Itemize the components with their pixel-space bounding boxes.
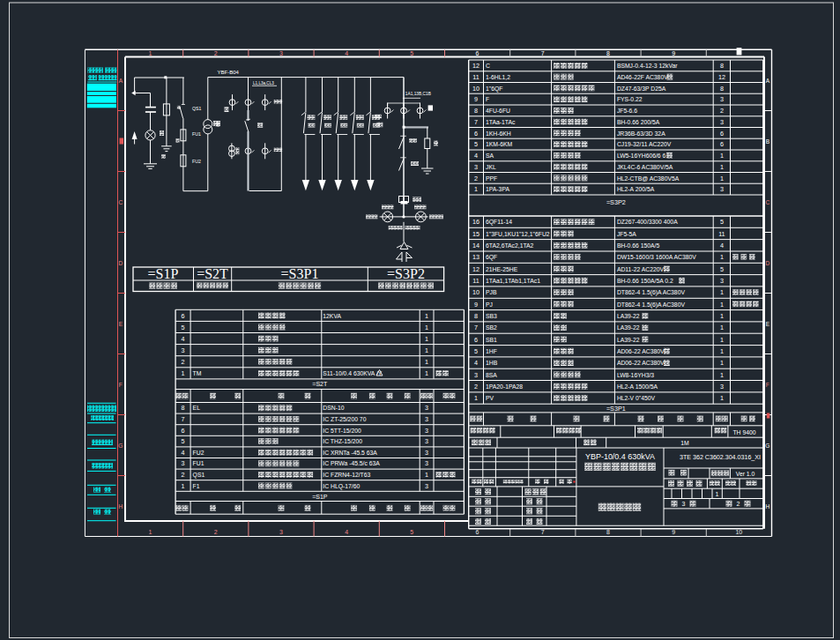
svg-text:2: 2 — [720, 107, 724, 115]
svg-text:IC ZT-25/200 70: IC ZT-25/200 70 — [323, 416, 366, 422]
svg-text:4: 4 — [345, 529, 348, 535]
svg-text:F1: F1 — [193, 483, 200, 489]
svg-text:JF5-6.6: JF5-6.6 — [617, 108, 637, 114]
svg-text:1A1,13B,C1B: 1A1,13B,C1B — [405, 92, 431, 96]
svg-text:16: 16 — [472, 218, 479, 226]
svg-text:BH-0.66 150A/5: BH-0.66 150A/5 — [617, 242, 660, 249]
svg-text:1: 1 — [720, 324, 724, 331]
svg-text:E: E — [766, 321, 770, 327]
svg-text:8: 8 — [606, 50, 610, 56]
svg-text:1"3FU,1KU1"12,1"6FU2: 1"3FU,1KU1"12,1"6FU2 — [486, 231, 550, 237]
svg-text:12: 12 — [718, 73, 725, 81]
svg-text:2: 2 — [474, 383, 478, 391]
svg-text:TH 9400: TH 9400 — [732, 429, 755, 435]
svg-text:6: 6 — [474, 336, 478, 344]
svg-text:11: 11 — [472, 277, 479, 285]
svg-text:5: 5 — [182, 437, 185, 445]
svg-text:FU1: FU1 — [192, 131, 201, 137]
svg-text:6: 6 — [182, 312, 185, 320]
svg-text:1KM-6KM: 1KM-6KM — [486, 141, 513, 147]
svg-text:AD06-22 AC380V: AD06-22 AC380V — [617, 348, 665, 354]
svg-text:8: 8 — [474, 312, 478, 320]
svg-text:1: 1 — [425, 324, 428, 331]
svg-text:CJ19-32/11 AC220V: CJ19-32/11 AC220V — [617, 141, 672, 147]
svg-text:BH-0.66 200/5A: BH-0.66 200/5A — [617, 119, 660, 125]
svg-text:FYS-0.22: FYS-0.22 — [617, 96, 643, 102]
svg-text:YBF-B04: YBF-B04 — [218, 70, 240, 75]
svg-text:7: 7 — [541, 529, 545, 535]
svg-text:11: 11 — [718, 230, 725, 238]
svg-text:3: 3 — [182, 346, 185, 354]
svg-text:=S2T: =S2T — [312, 381, 328, 387]
svg-text:LW8-16YH3/3: LW8-16YH3/3 — [617, 372, 654, 378]
svg-text:1TAa1,1TAb1,1TAc1: 1TAa1,1TAb1,1TAc1 — [486, 278, 540, 284]
svg-text:3: 3 — [682, 501, 686, 507]
svg-text:1: 1 — [720, 152, 724, 160]
svg-text:1: 1 — [720, 347, 724, 355]
svg-text:4: 4 — [720, 242, 724, 249]
svg-text:1: 1 — [720, 301, 724, 309]
svg-text:BH-0.66 150A/5A 0.2: BH-0.66 150A/5A 0.2 — [617, 278, 673, 284]
svg-text:8: 8 — [606, 529, 610, 535]
svg-text:1: 1 — [720, 394, 724, 402]
svg-text:C: C — [765, 199, 769, 205]
svg-text:2: 2 — [214, 50, 218, 56]
svg-text:6QF: 6QF — [486, 254, 497, 261]
svg-text:1: 1 — [720, 359, 724, 367]
svg-text:1: 1 — [720, 312, 724, 320]
svg-text:JKL: JKL — [486, 164, 496, 170]
svg-text:SB3: SB3 — [486, 313, 497, 319]
svg-text:5: 5 — [720, 218, 724, 226]
svg-text:D: D — [765, 260, 769, 266]
svg-text:6: 6 — [476, 529, 479, 535]
svg-text:1: 1 — [720, 163, 724, 171]
svg-text:FU2: FU2 — [192, 159, 201, 164]
svg-text:AD46-22F AC380V: AD46-22F AC380V — [617, 74, 668, 80]
svg-text:1: 1 — [425, 369, 428, 377]
svg-text:4: 4 — [474, 152, 478, 160]
svg-text:JF5-5A: JF5-5A — [617, 231, 636, 237]
svg-text:JKL4C-6 AC380V/5A: JKL4C-6 AC380V/5A — [617, 164, 673, 170]
svg-text:=S3P2: =S3P2 — [387, 266, 425, 281]
svg-text:FU1: FU1 — [193, 460, 204, 466]
svg-text:3: 3 — [474, 371, 478, 379]
svg-text:3: 3 — [182, 459, 185, 467]
svg-text:9: 9 — [672, 50, 675, 56]
svg-text:QS1: QS1 — [192, 106, 201, 111]
svg-text:3: 3 — [279, 50, 283, 56]
svg-text:1PA-3PA: 1PA-3PA — [486, 186, 509, 192]
svg-text:7: 7 — [474, 324, 478, 331]
svg-text:3: 3 — [720, 277, 724, 285]
svg-text:12: 12 — [472, 265, 479, 273]
svg-text:8: 8 — [720, 62, 724, 70]
svg-text:10: 10 — [472, 85, 479, 93]
svg-text:JR36B-63/3D 32A: JR36B-63/3D 32A — [617, 130, 665, 137]
svg-text:1: 1 — [182, 482, 185, 490]
svg-text:LA39-22: LA39-22 — [617, 337, 640, 343]
svg-text:=S3P1: =S3P1 — [606, 405, 626, 413]
svg-text:PJB: PJB — [486, 289, 497, 295]
svg-text:D: D — [118, 260, 123, 266]
svg-text:10: 10 — [735, 529, 742, 535]
svg-text:1: 1 — [720, 253, 724, 261]
svg-text:5: 5 — [474, 347, 478, 355]
svg-text:=S3P2: =S3P2 — [606, 198, 626, 206]
svg-text:YBP-10/0.4 630kVA: YBP-10/0.4 630kVA — [585, 451, 655, 461]
svg-text:5: 5 — [182, 324, 185, 331]
svg-text:PPF: PPF — [486, 175, 497, 182]
svg-text:LA39-22: LA39-22 — [617, 313, 640, 319]
svg-text:3: 3 — [720, 95, 724, 103]
svg-text:2: 2 — [214, 529, 218, 535]
svg-text:10: 10 — [472, 288, 479, 296]
svg-text:F: F — [766, 382, 769, 388]
svg-text:C: C — [486, 63, 490, 69]
svg-text:=S2T: =S2T — [197, 266, 228, 281]
svg-text:3: 3 — [425, 482, 428, 490]
svg-text:IC XRNTa -45.5 63A: IC XRNTa -45.5 63A — [323, 450, 377, 456]
svg-text:2: 2 — [737, 501, 740, 507]
svg-text:9: 9 — [474, 95, 478, 103]
svg-text:L1,L3a,CL3: L1,L3a,CL3 — [253, 81, 274, 86]
svg-text:7: 7 — [182, 415, 185, 423]
svg-text:DT862-4 1.5(6)A AC380V: DT862-4 1.5(6)A AC380V — [617, 301, 686, 309]
svg-text:1: 1 — [149, 50, 152, 56]
